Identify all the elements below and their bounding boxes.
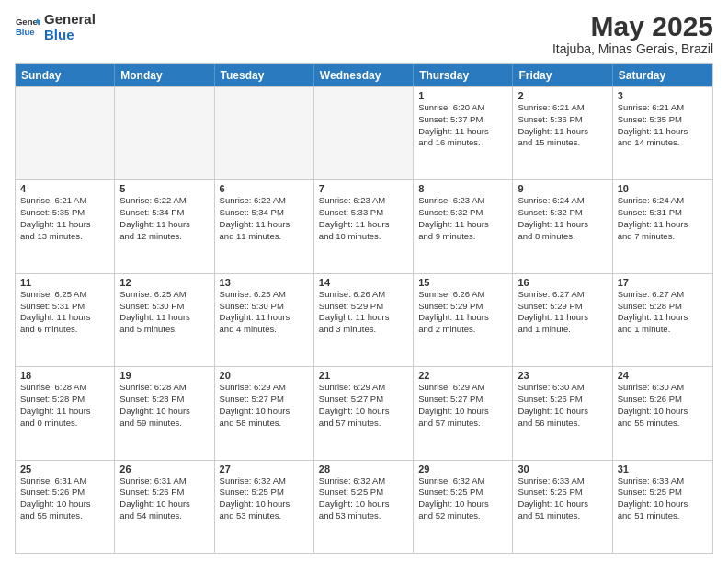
day-number: 26 [119,464,209,475]
logo-icon: General Blue [15,14,40,40]
day-info: Sunrise: 6:32 AMSunset: 5:25 PMDaylight:… [319,476,408,523]
day-info: Sunrise: 6:25 AMSunset: 5:30 PMDaylight:… [119,289,209,336]
day-number: 29 [418,464,507,475]
calendar-header-cell: Wednesday [314,64,414,86]
day-number: 7 [319,183,408,194]
calendar-cell: 24Sunrise: 6:30 AMSunset: 5:26 PMDayligh… [613,367,712,459]
day-number: 10 [618,183,708,194]
day-info: Sunrise: 6:31 AMSunset: 5:26 PMDaylight:… [119,476,209,523]
day-info: Sunrise: 6:30 AMSunset: 5:26 PMDaylight:… [518,382,607,429]
day-number: 2 [518,90,607,101]
day-number: 23 [518,370,607,381]
day-number: 16 [518,277,607,288]
day-info: Sunrise: 6:29 AMSunset: 5:27 PMDaylight:… [418,382,507,429]
calendar-cell: 11Sunrise: 6:25 AMSunset: 5:31 PMDayligh… [16,274,115,366]
calendar-cell: 9Sunrise: 6:24 AMSunset: 5:32 PMDaylight… [513,180,612,272]
calendar-week-row: 4Sunrise: 6:21 AMSunset: 5:35 PMDaylight… [16,179,712,272]
day-info: Sunrise: 6:32 AMSunset: 5:25 PMDaylight:… [418,476,507,523]
calendar-cell [314,87,414,179]
day-number: 28 [319,464,408,475]
day-info: Sunrise: 6:21 AMSunset: 5:36 PMDaylight:… [518,102,607,149]
day-number: 19 [119,370,209,381]
calendar-cell: 25Sunrise: 6:31 AMSunset: 5:26 PMDayligh… [16,461,115,553]
calendar-body: 1Sunrise: 6:20 AMSunset: 5:37 PMDaylight… [16,86,712,553]
day-number: 4 [20,183,109,194]
calendar-header-cell: Saturday [613,64,712,86]
day-info: Sunrise: 6:21 AMSunset: 5:35 PMDaylight:… [20,195,109,242]
day-number: 15 [418,277,507,288]
day-info: Sunrise: 6:23 AMSunset: 5:33 PMDaylight:… [319,195,408,242]
day-info: Sunrise: 6:29 AMSunset: 5:27 PMDaylight:… [319,382,408,429]
calendar-cell: 20Sunrise: 6:29 AMSunset: 5:27 PMDayligh… [215,367,314,459]
logo-blue: Blue [44,27,96,42]
day-info: Sunrise: 6:25 AMSunset: 5:30 PMDaylight:… [220,289,309,336]
day-number: 1 [418,90,507,101]
calendar-cell: 28Sunrise: 6:32 AMSunset: 5:25 PMDayligh… [314,461,414,553]
day-info: Sunrise: 6:28 AMSunset: 5:28 PMDaylight:… [20,382,109,429]
calendar-week-row: 11Sunrise: 6:25 AMSunset: 5:31 PMDayligh… [16,273,712,366]
day-number: 22 [418,370,507,381]
day-info: Sunrise: 6:21 AMSunset: 5:35 PMDaylight:… [618,102,708,149]
calendar-cell: 31Sunrise: 6:33 AMSunset: 5:25 PMDayligh… [613,461,712,553]
calendar-cell: 26Sunrise: 6:31 AMSunset: 5:26 PMDayligh… [115,461,214,553]
calendar-cell: 1Sunrise: 6:20 AMSunset: 5:37 PMDaylight… [414,87,513,179]
day-info: Sunrise: 6:32 AMSunset: 5:25 PMDaylight:… [220,476,309,523]
day-info: Sunrise: 6:33 AMSunset: 5:25 PMDaylight:… [618,476,708,523]
day-info: Sunrise: 6:22 AMSunset: 5:34 PMDaylight:… [220,195,309,242]
calendar-cell: 23Sunrise: 6:30 AMSunset: 5:26 PMDayligh… [513,367,612,459]
header: General Blue General Blue May 2025 Itaju… [15,11,713,56]
calendar-header-cell: Thursday [414,64,513,86]
calendar-cell: 7Sunrise: 6:23 AMSunset: 5:33 PMDaylight… [314,180,414,272]
day-info: Sunrise: 6:23 AMSunset: 5:32 PMDaylight:… [418,195,507,242]
calendar-week-row: 25Sunrise: 6:31 AMSunset: 5:26 PMDayligh… [16,460,712,553]
day-info: Sunrise: 6:20 AMSunset: 5:37 PMDaylight:… [418,102,507,149]
day-info: Sunrise: 6:27 AMSunset: 5:29 PMDaylight:… [518,289,607,336]
day-info: Sunrise: 6:27 AMSunset: 5:28 PMDaylight:… [618,289,708,336]
day-info: Sunrise: 6:26 AMSunset: 5:29 PMDaylight:… [418,289,507,336]
day-info: Sunrise: 6:25 AMSunset: 5:31 PMDaylight:… [20,289,109,336]
calendar-cell: 13Sunrise: 6:25 AMSunset: 5:30 PMDayligh… [215,274,314,366]
day-info: Sunrise: 6:22 AMSunset: 5:34 PMDaylight:… [119,195,209,242]
page: General Blue General Blue May 2025 Itaju… [0,0,728,563]
day-number: 14 [319,277,408,288]
day-number: 17 [618,277,708,288]
day-number: 11 [20,277,109,288]
day-number: 24 [618,370,708,381]
logo-general: General [44,11,96,27]
calendar-cell: 27Sunrise: 6:32 AMSunset: 5:25 PMDayligh… [215,461,314,553]
calendar-header-row: SundayMondayTuesdayWednesdayThursdayFrid… [16,64,712,86]
calendar-header-cell: Friday [513,64,612,86]
logo: General Blue General Blue [15,11,96,43]
calendar-cell: 22Sunrise: 6:29 AMSunset: 5:27 PMDayligh… [414,367,513,459]
calendar-cell: 12Sunrise: 6:25 AMSunset: 5:30 PMDayligh… [115,274,214,366]
calendar-cell: 2Sunrise: 6:21 AMSunset: 5:36 PMDaylight… [513,87,612,179]
calendar-cell: 4Sunrise: 6:21 AMSunset: 5:35 PMDaylight… [16,180,115,272]
calendar-cell: 29Sunrise: 6:32 AMSunset: 5:25 PMDayligh… [414,461,513,553]
calendar-cell: 16Sunrise: 6:27 AMSunset: 5:29 PMDayligh… [513,274,612,366]
calendar-cell: 30Sunrise: 6:33 AMSunset: 5:25 PMDayligh… [513,461,612,553]
day-info: Sunrise: 6:29 AMSunset: 5:27 PMDaylight:… [220,382,309,429]
day-number: 9 [518,183,607,194]
calendar-cell [215,87,314,179]
day-info: Sunrise: 6:24 AMSunset: 5:31 PMDaylight:… [618,195,708,242]
calendar-cell [115,87,214,179]
location-subtitle: Itajuba, Minas Gerais, Brazil [552,41,713,56]
calendar-cell: 21Sunrise: 6:29 AMSunset: 5:27 PMDayligh… [314,367,414,459]
calendar-header-cell: Monday [115,64,214,86]
day-number: 27 [220,464,309,475]
calendar-cell: 6Sunrise: 6:22 AMSunset: 5:34 PMDaylight… [215,180,314,272]
day-number: 12 [119,277,209,288]
day-number: 6 [220,183,309,194]
day-info: Sunrise: 6:24 AMSunset: 5:32 PMDaylight:… [518,195,607,242]
day-info: Sunrise: 6:28 AMSunset: 5:28 PMDaylight:… [119,382,209,429]
calendar-cell: 14Sunrise: 6:26 AMSunset: 5:29 PMDayligh… [314,274,414,366]
calendar-cell: 19Sunrise: 6:28 AMSunset: 5:28 PMDayligh… [115,367,214,459]
day-info: Sunrise: 6:31 AMSunset: 5:26 PMDaylight:… [20,476,109,523]
calendar-cell: 5Sunrise: 6:22 AMSunset: 5:34 PMDaylight… [115,180,214,272]
day-number: 8 [418,183,507,194]
svg-text:Blue: Blue [16,27,35,37]
day-info: Sunrise: 6:26 AMSunset: 5:29 PMDaylight:… [319,289,408,336]
calendar-week-row: 1Sunrise: 6:20 AMSunset: 5:37 PMDaylight… [16,86,712,179]
day-number: 3 [618,90,708,101]
calendar-week-row: 18Sunrise: 6:28 AMSunset: 5:28 PMDayligh… [16,366,712,459]
